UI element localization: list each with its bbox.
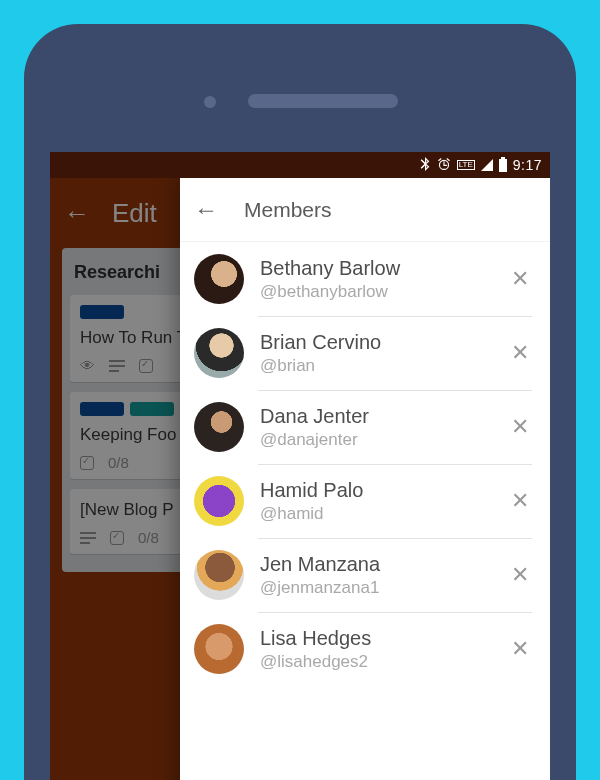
member-list: Bethany Barlow @bethanybarlow ✕ Brian Ce…: [180, 242, 550, 686]
phone-body: LTE 9:17 ← Edit Researchi How To Run Tre…: [24, 24, 576, 780]
member-handle: @lisahedges2: [260, 652, 492, 672]
member-name: Lisa Hedges: [260, 627, 492, 650]
avatar: [194, 328, 244, 378]
bluetooth-icon: [419, 157, 431, 174]
alarm-icon: [437, 157, 451, 174]
member-row[interactable]: Hamid Palo @hamid ✕: [180, 464, 550, 538]
member-row[interactable]: Brian Cervino @brian ✕: [180, 316, 550, 390]
member-row[interactable]: Lisa Hedges @lisahedges2 ✕: [180, 612, 550, 686]
member-row[interactable]: Dana Jenter @danajenter ✕: [180, 390, 550, 464]
status-time: 9:17: [513, 157, 542, 173]
member-name: Dana Jenter: [260, 405, 492, 428]
remove-member-button[interactable]: ✕: [508, 488, 532, 514]
avatar: [194, 550, 244, 600]
camera-dot: [204, 96, 216, 108]
member-handle: @bethanybarlow: [260, 282, 492, 302]
remove-member-button[interactable]: ✕: [508, 340, 532, 366]
member-name: Bethany Barlow: [260, 257, 492, 280]
speaker-slot: [248, 94, 398, 108]
members-drawer: ← Members Bethany Barlow @bethanybarlow …: [180, 178, 550, 780]
member-row[interactable]: Bethany Barlow @bethanybarlow ✕: [180, 242, 550, 316]
avatar: [194, 624, 244, 674]
drawer-title: Members: [244, 198, 332, 222]
drawer-header: ← Members: [180, 178, 550, 242]
avatar: [194, 254, 244, 304]
remove-member-button[interactable]: ✕: [508, 636, 532, 662]
member-handle: @brian: [260, 356, 492, 376]
battery-icon: [499, 159, 507, 172]
remove-member-button[interactable]: ✕: [508, 562, 532, 588]
member-handle: @hamid: [260, 504, 492, 524]
drawer-back-button[interactable]: ←: [194, 198, 218, 222]
avatar: [194, 402, 244, 452]
status-bar: LTE 9:17: [50, 152, 550, 178]
member-handle: @jenmanzana1: [260, 578, 492, 598]
remove-member-button[interactable]: ✕: [508, 414, 532, 440]
member-row[interactable]: Jen Manzana @jenmanzana1 ✕: [180, 538, 550, 612]
remove-member-button[interactable]: ✕: [508, 266, 532, 292]
member-name: Jen Manzana: [260, 553, 492, 576]
lte-badge: LTE: [457, 160, 475, 170]
avatar: [194, 476, 244, 526]
member-name: Hamid Palo: [260, 479, 492, 502]
member-handle: @danajenter: [260, 430, 492, 450]
signal-icon: [481, 159, 493, 171]
screen: LTE 9:17 ← Edit Researchi How To Run Tre…: [50, 152, 550, 780]
member-name: Brian Cervino: [260, 331, 492, 354]
